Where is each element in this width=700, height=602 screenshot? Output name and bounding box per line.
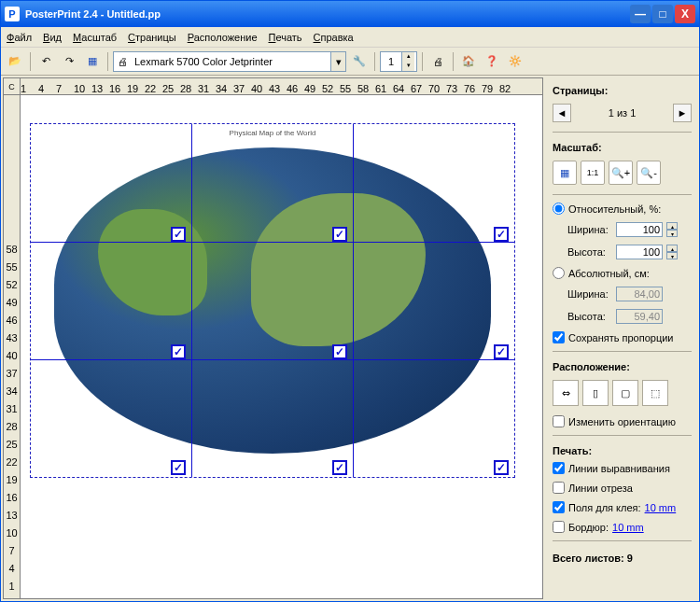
zoom-out-button[interactable]: 🔍- [637,161,661,185]
keep-aspect-checkbox[interactable] [553,331,565,343]
page-indicator: 1 из 1 [609,107,637,119]
layout-custom-button[interactable]: ⬚ [642,380,668,406]
grid-icon: ▦ [88,55,97,67]
spin-up[interactable]: ▴ [401,52,414,62]
rotate-left-button[interactable]: ↶ [35,51,56,72]
absolute-width-input [616,287,663,301]
scale-absolute-radio[interactable] [553,267,565,279]
rotate-right-icon: ↷ [65,55,74,67]
glue-margins-link[interactable]: 10 mm [645,502,677,513]
relative-width-input[interactable] [616,222,663,237]
layout-portrait-button[interactable]: ▯ [582,380,609,406]
home-button[interactable]: 🏠 [458,51,479,72]
align-lines-checkbox[interactable] [553,462,565,474]
tile-toggle[interactable]: ✓ [494,227,509,242]
zoom-section-title: Масштаб: [553,142,692,153]
border-link[interactable]: 10 mm [612,522,644,533]
print-section-title: Печать: [553,445,692,456]
spin-down[interactable]: ▾ [666,252,678,259]
tile-toggle[interactable]: ✓ [171,460,186,475]
menu-file[interactable]: Файл [7,32,32,43]
scale-absolute-label: Абсолютный, см: [568,268,650,279]
printer-select[interactable]: 🖨 Lexmark 5700 Color Jetprinter ▾ [113,51,346,72]
spin-down[interactable]: ▾ [666,230,678,237]
glue-margins-checkbox[interactable] [553,501,565,513]
tile-toggle[interactable]: ✓ [171,344,186,359]
cut-lines-label: Линии отреза [568,483,633,494]
about-button[interactable]: 🔆 [505,51,525,72]
layout-section-title: Расположение: [553,361,692,372]
grid-line [31,359,514,360]
width-label: Ширина: [567,288,612,300]
center-icon: ⇔ [562,387,570,399]
titlebar: P PosterPrint 2.4 - Untitled.pp — □ X [1,1,699,27]
window-title: PosterPrint 2.4 - Untitled.pp [25,8,628,20]
body: C 14710131619222528313437404346495255586… [1,76,699,601]
print-button[interactable]: 🖨 [427,51,448,72]
maximize-button[interactable]: □ [652,5,673,23]
layout-fit-button[interactable]: ▢ [612,380,638,406]
height-label: Высота: [567,246,612,258]
zoom-fit-button[interactable]: ▦ [553,161,577,185]
prev-page-button[interactable]: ◄ [553,104,571,122]
copies-field[interactable] [381,56,401,67]
tile-toggle[interactable]: ✓ [332,460,347,475]
menu-layout[interactable]: Расположение [188,32,258,43]
close-button[interactable]: X [675,5,695,23]
ruler-corner: C [4,78,21,95]
separator [107,52,108,71]
menu-view[interactable]: Вид [43,32,62,43]
printer-icon: 🖨 [114,56,131,67]
tile-toggle[interactable]: ✓ [494,344,509,359]
tile-toggle[interactable]: ✓ [332,227,347,242]
relative-height-input[interactable] [616,245,663,259]
home-icon: 🏠 [462,55,475,67]
tile-toggle[interactable]: ✓ [494,460,509,475]
tile-toggle[interactable]: ✓ [332,344,347,359]
menu-help[interactable]: Справка [314,32,354,43]
keep-aspect-label: Сохранять пропорции [568,332,674,343]
grid-button[interactable]: ▦ [82,51,103,72]
minimize-button[interactable]: — [630,5,651,23]
pages-section-title: Страницы: [553,85,692,96]
zoom-in-icon: 🔍+ [611,167,630,179]
absolute-height-input [616,309,663,324]
rotate-right-button[interactable]: ↷ [59,51,79,72]
grid-line [31,242,514,243]
grid-line [191,124,192,477]
toolbar: 📂 ↶ ↷ ▦ 🖨 Lexmark 5700 Color Jetprinter … [1,48,699,76]
scale-relative-label: Относительный, %: [568,203,661,215]
app-icon: P [5,7,20,21]
scale-relative-radio[interactable] [553,203,565,215]
next-page-button[interactable]: ► [673,104,692,122]
open-button[interactable]: 📂 [5,51,25,72]
menu-pages[interactable]: Страницы [128,32,176,43]
zoom-actual-button[interactable]: 1:1 [581,161,605,185]
cut-lines-checkbox[interactable] [553,482,565,494]
border-checkbox[interactable] [553,521,565,533]
menu-scale[interactable]: Масштаб [73,32,117,43]
spin-down[interactable]: ▾ [401,62,414,71]
separator [30,52,31,71]
dropdown-icon[interactable]: ▾ [330,52,345,71]
menubar: Файл Вид Масштаб Страницы Расположение П… [1,27,699,48]
zoom-in-button[interactable]: 🔍+ [609,161,633,185]
grid-line [353,124,354,477]
help-icon: ❓ [485,55,498,67]
chevron-left-icon: ◄ [557,107,567,119]
horizontal-ruler: 1471013161922252831343740434649525558616… [4,78,542,95]
layout-center-button[interactable]: ⇔ [553,380,579,406]
separator [374,52,375,71]
portrait-icon: ▯ [593,387,598,399]
copies-input[interactable]: ▴▾ [380,51,417,72]
change-orientation-checkbox[interactable] [553,415,565,427]
tile-toggle[interactable]: ✓ [171,227,186,242]
spin-up[interactable]: ▴ [666,222,678,230]
custom-icon: ⬚ [651,387,660,399]
printer-settings-button[interactable]: 🔧 [349,51,370,72]
spin-up[interactable]: ▴ [666,245,678,252]
height-label: Высота: [567,311,612,322]
canvas[interactable]: Physical Map of the World ✓ ✓ ✓ ✓ ✓ ✓ ✓ [21,95,542,598]
help-button[interactable]: ❓ [482,51,502,72]
menu-print[interactable]: Печать [269,32,302,43]
